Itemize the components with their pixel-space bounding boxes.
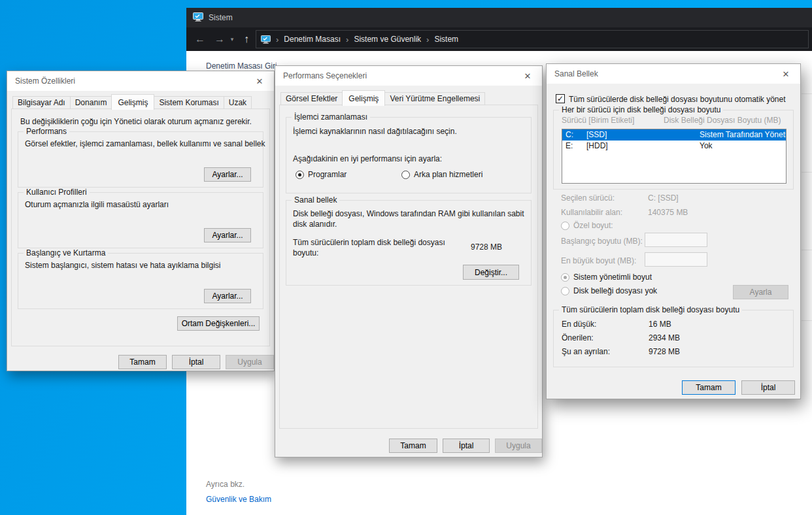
background-services-radio[interactable]: [401, 171, 410, 179]
tab-visual-effects[interactable]: Görsel Efektler: [280, 92, 343, 105]
performance-settings-button[interactable]: Ayarlar...: [204, 167, 251, 182]
breadcrumb-chevron-icon: ›: [346, 35, 348, 44]
breadcrumb-item-control-panel[interactable]: Denetim Masası: [284, 35, 341, 44]
dialog-titlebar[interactable]: Performans Seçenekleri: [275, 66, 542, 86]
drive-row-e[interactable]: E: [HDD] Yok: [562, 141, 786, 152]
totals-group: Tüm sürücülerin toplam disk belleği dosy…: [553, 310, 794, 367]
max-size-label: En büyük boyut (MB):: [561, 256, 636, 265]
selected-drive-value: C: [SSD]: [648, 193, 679, 203]
tab-advanced[interactable]: Gelişmiş: [111, 94, 154, 110]
tab-dep[interactable]: Veri Yürütme Engellemesi: [384, 92, 485, 105]
set-button[interactable]: Ayarla: [733, 285, 788, 299]
drive-list[interactable]: C: [SSD] Sistem Tarafından Yönetilen E: …: [562, 129, 787, 184]
recommended-label: Önerilen:: [562, 333, 594, 342]
change-button[interactable]: Değiştir...: [463, 265, 519, 280]
group-legend: Performans: [24, 127, 69, 136]
group-legend: Kullanıcı Profilleri: [24, 188, 90, 197]
tab-system-protection[interactable]: Sistem Koruması: [154, 96, 224, 109]
tab-remote[interactable]: Uzak: [224, 96, 252, 109]
startup-recovery-settings-button[interactable]: Ayarlar...: [204, 289, 251, 303]
processor-scheduling-group: İşlemci zamanlaması İşlemci kaynaklarını…: [286, 117, 532, 193]
system-managed-radio[interactable]: [561, 273, 569, 282]
virtual-memory-group: Sanal bellek Disk belleği dosyası, Windo…: [286, 200, 532, 286]
minimum-label: En düşük:: [562, 320, 596, 329]
virtual-memory-dialog: Sanal Bellek ✕ ✓ Tüm sürücülerde disk be…: [546, 63, 801, 399]
dialog-title: Sanal Bellek: [554, 69, 598, 78]
see-also-heading: Ayrıca bkz.: [206, 480, 245, 489]
content-divider: [802, 172, 812, 173]
drive-letter: C:: [566, 129, 573, 141]
apply-button[interactable]: Uygula: [495, 439, 542, 453]
tab-advanced[interactable]: Gelişmiş: [342, 90, 385, 106]
computer-icon: [193, 12, 203, 24]
custom-size-label[interactable]: Özel boyut:: [573, 221, 613, 230]
close-icon[interactable]: ✕: [771, 64, 800, 84]
breadcrumb-item-system[interactable]: Sistem: [434, 35, 458, 44]
drive-row-c[interactable]: C: [SSD] Sistem Tarafından Yönetilen: [562, 129, 786, 141]
user-profiles-group: Kullanıcı Profilleri Oturum açmanızla il…: [18, 192, 263, 248]
no-paging-radio[interactable]: [561, 287, 569, 295]
group-legend: Başlangıç ve Kurtarma: [24, 248, 108, 258]
auto-manage-checkbox[interactable]: ✓: [556, 94, 565, 103]
content-divider: [802, 320, 812, 321]
paging-size-group: Her bir sürücü için disk belleği dosyası…: [553, 110, 794, 190]
chevron-down-icon[interactable]: ▾: [227, 27, 237, 51]
up-icon[interactable]: ↑: [239, 27, 254, 51]
recommended-value: 2934 MB: [649, 333, 680, 342]
performance-options-dialog: Performans Seçenekleri ✕ Görsel Efektler…: [275, 65, 543, 457]
drive-letter: E:: [566, 141, 573, 152]
scheduling-desc: İşlemci kaynaklarının nasıl dağıtılacağı…: [293, 127, 457, 136]
drive-paging-size: Sistem Tarafından Yönetilen: [700, 129, 787, 141]
user-profiles-desc: Oturum açmanızla ilgili masaüstü ayarlar…: [25, 200, 169, 209]
auto-manage-label[interactable]: Tüm sürücülerde disk belleği dosyası boy…: [569, 95, 786, 104]
cancel-button[interactable]: İptal: [741, 380, 795, 395]
dialog-titlebar[interactable]: Sistem Özellikleri: [7, 71, 274, 91]
dialog-title: Sistem Özellikleri: [15, 76, 75, 86]
breadcrumb-chevron-icon: ›: [276, 35, 279, 44]
breadcrumb-item-system-security[interactable]: Sistem ve Güvenlik: [354, 35, 421, 44]
max-size-input[interactable]: [645, 252, 707, 267]
environment-variables-button[interactable]: Ortam Değişkenleri...: [177, 316, 260, 331]
background-services-radio-label[interactable]: Arka plan hizmetleri: [414, 170, 482, 179]
ok-button[interactable]: Tamam: [118, 355, 167, 369]
explorer-navbar: ← → ▾ ↑ › Denetim Masası › Sistem ve Güv…: [186, 27, 812, 51]
computer-icon[interactable]: [261, 35, 271, 44]
ok-button[interactable]: Tamam: [389, 439, 437, 453]
system-managed-label[interactable]: Sistem yönetimli boyut: [573, 273, 652, 282]
control-panel-home-link[interactable]: Denetim Masası Giri: [206, 61, 277, 71]
size-column-header: Disk Belleği Dosyası Boyutu (MB): [664, 116, 781, 125]
tab-hardware[interactable]: Donanım: [70, 96, 112, 109]
cancel-button[interactable]: İptal: [172, 355, 220, 369]
minimum-value: 16 MB: [649, 320, 671, 329]
startup-recovery-desc: Sistem başlangıcı, sistem hatası ve hata…: [25, 261, 220, 270]
close-icon[interactable]: ✕: [245, 71, 274, 91]
cancel-button[interactable]: İptal: [443, 439, 490, 453]
performance-desc: Görsel efektler, işlemci zamanlaması, be…: [25, 139, 265, 148]
check-icon: ✓: [557, 94, 564, 103]
system-properties-dialog: Sistem Özellikleri ✕ Bilgisayar Adı Dona…: [7, 71, 275, 371]
forward-icon[interactable]: →: [211, 27, 228, 51]
programs-radio-label[interactable]: Programlar: [308, 170, 347, 179]
group-legend: Sanal bellek: [292, 195, 339, 205]
apply-button[interactable]: Uygula: [226, 355, 274, 369]
drive-volume-label: [HDD]: [586, 141, 608, 152]
user-profiles-settings-button[interactable]: Ayarlar...: [204, 228, 251, 242]
back-icon[interactable]: ←: [192, 27, 209, 51]
ok-button[interactable]: Tamam: [682, 380, 736, 395]
dialog-titlebar[interactable]: Sanal Bellek: [547, 64, 800, 84]
close-icon[interactable]: ✕: [513, 66, 542, 86]
breadcrumb-chevron-icon: ›: [426, 35, 429, 44]
security-maintenance-link[interactable]: Güvenlik ve Bakım: [206, 495, 271, 504]
no-paging-label[interactable]: Disk belleği dosyası yok: [573, 286, 657, 295]
custom-size-radio[interactable]: [561, 222, 569, 230]
content-divider: [802, 250, 812, 250]
programs-radio[interactable]: [296, 171, 304, 179]
admin-note: Bu değişikliklerin çoğu için Yönetici ol…: [20, 117, 252, 126]
group-legend: İşlemci zamanlaması: [292, 112, 370, 122]
content-divider: [802, 93, 812, 94]
allocated-value: 9728 MB: [649, 347, 680, 356]
initial-size-input[interactable]: [645, 233, 707, 247]
scheduling-prompt: Aşağıdakinin en iyi performansı için aya…: [293, 154, 442, 163]
tab-computer-name[interactable]: Bilgisayar Adı: [12, 96, 71, 109]
explorer-titlebar[interactable]: Sistem: [186, 8, 812, 27]
